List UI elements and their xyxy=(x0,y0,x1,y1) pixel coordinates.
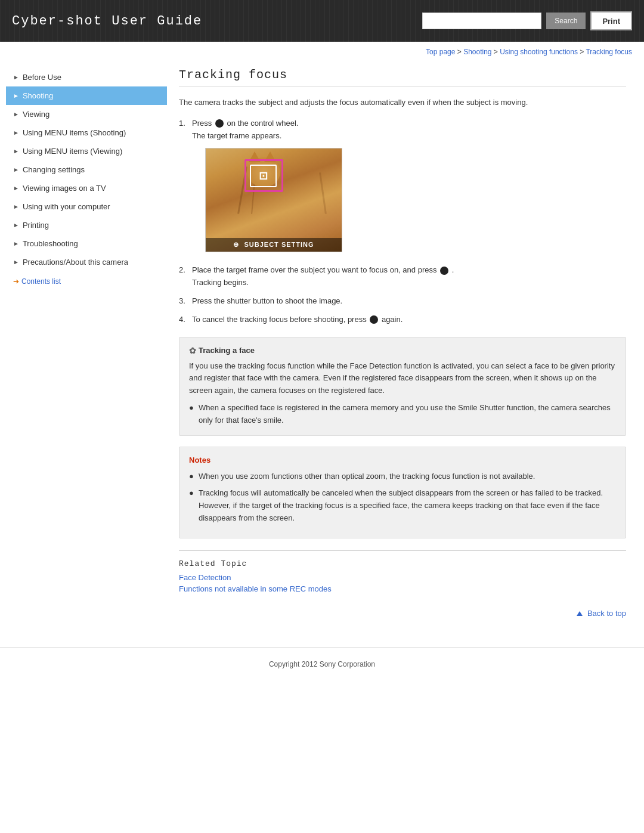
tip-title: ✿ Tracking a face xyxy=(189,346,616,355)
breadcrumb: Top page > Shooting > Using shooting fun… xyxy=(0,42,644,62)
tip-icon: ✿ xyxy=(189,346,196,355)
steps-list: 1. Press on the control wheel. The targe… xyxy=(179,117,626,326)
triangle-up-icon xyxy=(577,611,583,616)
contents-list-label: Contents list xyxy=(21,277,61,286)
sidebar: ► Before Use ► Shooting ► Viewing ► Usin… xyxy=(6,62,167,630)
search-area: Search Print xyxy=(422,11,632,30)
arrow-icon: ► xyxy=(13,203,19,210)
step-2: 2. Place the target frame over the subje… xyxy=(179,264,626,289)
arrow-icon: ► xyxy=(13,259,19,265)
sidebar-label-before-use: Before Use xyxy=(23,73,61,82)
sidebar-item-printing[interactable]: ► Printing xyxy=(6,216,167,234)
back-to-top: Back to top xyxy=(179,603,626,618)
sidebar-item-before-use[interactable]: ► Before Use xyxy=(6,68,167,86)
main-layout: ► Before Use ► Shooting ► Viewing ► Usin… xyxy=(0,62,644,630)
tip-bullet-1: ● When a specified face is registered in… xyxy=(189,402,616,427)
circle-button-icon xyxy=(215,119,224,128)
camera-image: ⊡ ⊕ SUBJECT SETTING xyxy=(205,148,342,252)
related-topic: Related Topic Face Detection Functions n… xyxy=(179,550,626,593)
sidebar-label-menu-viewing: Using MENU items (Viewing) xyxy=(23,147,122,156)
sidebar-label-precautions: Precautions/About this camera xyxy=(23,258,128,267)
step-4-text: To cancel the tracking focus before shoo… xyxy=(192,315,369,324)
step-num-2: 2. xyxy=(179,264,192,289)
arrow-icon: ► xyxy=(13,148,19,154)
sidebar-label-printing: Printing xyxy=(23,221,49,230)
tip-title-text: Tracking a face xyxy=(199,346,255,355)
sidebar-label-troubleshooting: Troubleshooting xyxy=(23,239,78,248)
image-label: ⊕ SUBJECT SETTING xyxy=(206,238,342,252)
main-content: Tracking focus The camera tracks the sub… xyxy=(167,62,638,630)
note-item-1: ● When you use zoom functions other than… xyxy=(189,470,616,483)
arrow-icon: ► xyxy=(13,185,19,191)
step-num-4: 4. xyxy=(179,314,192,326)
step-4: 4. To cancel the tracking focus before s… xyxy=(179,314,626,326)
step-content-2: Place the target frame over the subject … xyxy=(192,264,626,289)
tip-text: If you use the tracking focus function w… xyxy=(189,360,616,397)
step-num-3: 3. xyxy=(179,295,192,308)
plus-circle-icon: ⊕ xyxy=(233,241,239,248)
tip-box: ✿ Tracking a face If you use the trackin… xyxy=(179,337,626,436)
contents-list-link[interactable]: ➔ Contents list xyxy=(6,271,167,292)
sidebar-item-viewing-tv[interactable]: ► Viewing images on a TV xyxy=(6,179,167,197)
arrow-icon: ► xyxy=(13,129,19,136)
sidebar-item-precautions[interactable]: ► Precautions/About this camera xyxy=(6,253,167,271)
sidebar-label-menu-shooting: Using MENU items (Shooting) xyxy=(23,128,126,137)
arrow-icon: ► xyxy=(13,92,19,99)
arrow-icon: ► xyxy=(13,240,19,247)
subject-setting-label: SUBJECT SETTING xyxy=(244,241,314,248)
sidebar-label-viewing-tv: Viewing images on a TV xyxy=(23,184,106,193)
search-input[interactable] xyxy=(422,13,541,29)
step-content-4: To cancel the tracking focus before shoo… xyxy=(192,314,626,326)
back-to-top-link[interactable]: Back to top xyxy=(577,609,626,618)
step-2-text: Place the target frame over the subject … xyxy=(192,265,439,274)
intro-text: The camera tracks the subject and adjust… xyxy=(179,97,626,109)
sidebar-item-menu-viewing[interactable]: ► Using MENU items (Viewing) xyxy=(6,142,167,160)
target-icon: ⊡ xyxy=(259,168,268,185)
sidebar-item-changing-settings[interactable]: ► Changing settings xyxy=(6,160,167,179)
arrow-icon: ► xyxy=(13,111,19,117)
copyright-text: Copyright 2012 Sony Corporation xyxy=(269,660,375,668)
breadcrumb-link-using-shooting[interactable]: Using shooting functions xyxy=(500,48,578,56)
related-link-face-detection[interactable]: Face Detection xyxy=(179,573,626,582)
step-num-1: 1. xyxy=(179,117,192,259)
search-button[interactable]: Search xyxy=(546,13,586,29)
sidebar-label-shooting: Shooting xyxy=(23,91,53,100)
note-text-1: When you use zoom functions other than o… xyxy=(199,470,535,483)
breadcrumb-link-toppage[interactable]: Top page xyxy=(426,48,455,56)
sidebar-item-computer[interactable]: ► Using with your computer xyxy=(6,197,167,216)
bullet-icon: ● xyxy=(189,487,199,524)
sidebar-item-shooting[interactable]: ► Shooting xyxy=(6,86,167,105)
footer: Copyright 2012 Sony Corporation xyxy=(0,648,644,680)
step-3-text: Press the shutter button to shoot the im… xyxy=(192,296,342,305)
step-3: 3. Press the shutter button to shoot the… xyxy=(179,295,626,308)
step-1-sub: The target frame appears. xyxy=(192,130,626,143)
related-topic-title: Related Topic xyxy=(179,559,626,568)
step-1-text: Press xyxy=(192,119,214,128)
sidebar-label-computer: Using with your computer xyxy=(23,202,110,211)
arrow-icon: ► xyxy=(13,222,19,228)
sidebar-label-changing-settings: Changing settings xyxy=(23,165,85,174)
arrow-icon: ► xyxy=(13,74,19,80)
bullet-icon: ● xyxy=(189,470,199,483)
breadcrumb-link-tracking[interactable]: Tracking focus xyxy=(586,48,632,56)
sidebar-label-viewing: Viewing xyxy=(23,110,49,119)
tip-bullet-text: When a specified face is registered in t… xyxy=(199,402,616,427)
note-item-2: ● Tracking focus will automatically be c… xyxy=(189,487,616,524)
step-4-after: again. xyxy=(382,315,402,324)
page-title: Tracking focus xyxy=(179,68,626,87)
print-button[interactable]: Print xyxy=(590,11,632,30)
sidebar-item-viewing[interactable]: ► Viewing xyxy=(6,105,167,123)
step-1-after: on the control wheel. xyxy=(227,119,298,128)
circle-button-icon xyxy=(370,315,378,324)
circle-button-icon xyxy=(440,267,448,275)
step-2-after: . xyxy=(452,265,454,274)
notes-title: Notes xyxy=(189,456,616,465)
sidebar-item-menu-shooting[interactable]: ► Using MENU items (Shooting) xyxy=(6,123,167,142)
related-link-rec-modes[interactable]: Functions not available in some REC mode… xyxy=(179,584,626,593)
header: Cyber-shot User Guide Search Print xyxy=(0,0,644,42)
sidebar-item-troubleshooting[interactable]: ► Troubleshooting xyxy=(6,234,167,253)
arrow-right-icon: ➔ xyxy=(13,277,19,286)
note-text-2: Tracking focus will automatically be can… xyxy=(199,487,616,524)
step-content-3: Press the shutter button to shoot the im… xyxy=(192,295,626,308)
breadcrumb-link-shooting[interactable]: Shooting xyxy=(463,48,491,56)
